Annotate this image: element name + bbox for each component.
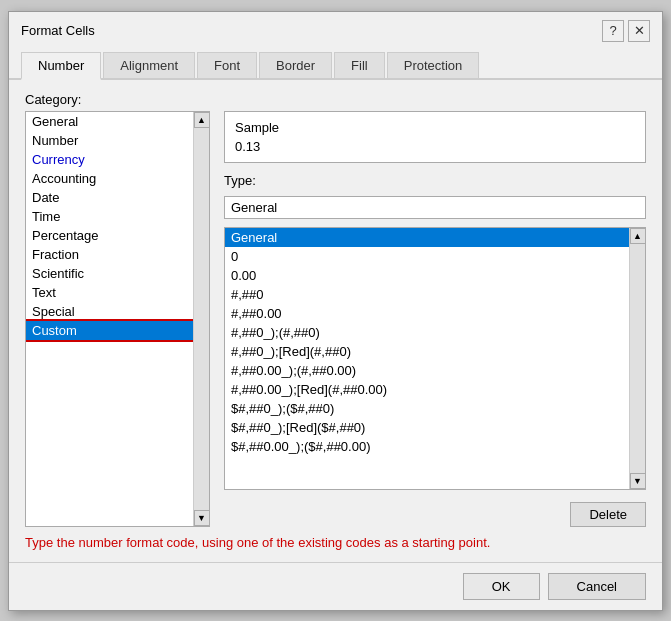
type-label: Type: bbox=[224, 173, 646, 188]
dialog-title: Format Cells bbox=[21, 23, 95, 38]
format-scroll-up-btn[interactable]: ▲ bbox=[630, 228, 646, 244]
format-scrollbar: ▲ ▼ bbox=[629, 228, 645, 489]
category-item[interactable]: Time bbox=[26, 207, 193, 226]
tab-number[interactable]: Number bbox=[21, 52, 101, 80]
main-area: General Number Currency Accounting Date … bbox=[25, 111, 646, 527]
format-scroll-down-btn[interactable]: ▼ bbox=[630, 473, 646, 489]
format-item[interactable]: $#,##0_);($#,##0) bbox=[225, 399, 629, 418]
scroll-track[interactable] bbox=[194, 128, 209, 510]
format-cells-dialog: Format Cells ? ✕ Number Alignment Font B… bbox=[8, 11, 663, 611]
cancel-button[interactable]: Cancel bbox=[548, 573, 646, 600]
tab-content: Category: General Number Currency Accoun… bbox=[9, 80, 662, 562]
scroll-up-btn[interactable]: ▲ bbox=[194, 112, 210, 128]
hint-text: Type the number format code, using one o… bbox=[25, 535, 646, 550]
sample-value: 0.13 bbox=[235, 139, 635, 154]
category-item-custom[interactable]: Custom bbox=[26, 321, 193, 340]
close-button[interactable]: ✕ bbox=[628, 20, 650, 42]
category-item[interactable]: Date bbox=[26, 188, 193, 207]
category-list: General Number Currency Accounting Date … bbox=[26, 112, 193, 526]
format-item[interactable]: #,##0_);(#,##0) bbox=[225, 323, 629, 342]
category-item[interactable]: Percentage bbox=[26, 226, 193, 245]
format-item[interactable]: #,##0_);[Red](#,##0) bbox=[225, 342, 629, 361]
tabs-container: Number Alignment Font Border Fill Protec… bbox=[9, 46, 662, 80]
format-item[interactable]: $#,##0_);[Red]($#,##0) bbox=[225, 418, 629, 437]
format-item[interactable]: #,##0 bbox=[225, 285, 629, 304]
title-bar: Format Cells ? ✕ bbox=[9, 12, 662, 46]
format-list: General 0 0.00 #,##0 #,##0.00 #,##0_);(#… bbox=[225, 228, 629, 489]
tab-border[interactable]: Border bbox=[259, 52, 332, 78]
scroll-down-btn[interactable]: ▼ bbox=[194, 510, 210, 526]
footer: OK Cancel bbox=[9, 562, 662, 610]
format-item[interactable]: #,##0.00_);(#,##0.00) bbox=[225, 361, 629, 380]
right-panel: Sample 0.13 Type: General 0 0.00 #,##0 #… bbox=[224, 111, 646, 527]
format-item[interactable]: #,##0.00_);[Red](#,##0.00) bbox=[225, 380, 629, 399]
category-list-container: General Number Currency Accounting Date … bbox=[25, 111, 210, 527]
category-scrollbar: ▲ ▼ bbox=[193, 112, 209, 526]
tab-fill[interactable]: Fill bbox=[334, 52, 385, 78]
category-item[interactable]: Text bbox=[26, 283, 193, 302]
category-item[interactable]: Fraction bbox=[26, 245, 193, 264]
format-item[interactable]: General bbox=[225, 228, 629, 247]
format-item[interactable]: #,##0.00 bbox=[225, 304, 629, 323]
category-item[interactable]: Scientific bbox=[26, 264, 193, 283]
category-item[interactable]: Special bbox=[26, 302, 193, 321]
title-buttons: ? ✕ bbox=[602, 20, 650, 42]
tab-alignment[interactable]: Alignment bbox=[103, 52, 195, 78]
tab-font[interactable]: Font bbox=[197, 52, 257, 78]
left-panel: General Number Currency Accounting Date … bbox=[25, 111, 210, 527]
sample-label: Sample bbox=[235, 120, 635, 135]
delete-button[interactable]: Delete bbox=[570, 502, 646, 527]
tab-protection[interactable]: Protection bbox=[387, 52, 480, 78]
format-list-container: General 0 0.00 #,##0 #,##0.00 #,##0_);(#… bbox=[224, 227, 646, 490]
ok-button[interactable]: OK bbox=[463, 573, 540, 600]
category-item[interactable]: General bbox=[26, 112, 193, 131]
format-item[interactable]: $#,##0.00_);($#,##0.00) bbox=[225, 437, 629, 456]
type-input[interactable] bbox=[224, 196, 646, 219]
delete-row: Delete bbox=[224, 502, 646, 527]
category-item[interactable]: Accounting bbox=[26, 169, 193, 188]
format-item[interactable]: 0.00 bbox=[225, 266, 629, 285]
category-item[interactable]: Currency bbox=[26, 150, 193, 169]
help-button[interactable]: ? bbox=[602, 20, 624, 42]
category-item[interactable]: Number bbox=[26, 131, 193, 150]
format-item[interactable]: 0 bbox=[225, 247, 629, 266]
format-scroll-track[interactable] bbox=[630, 244, 645, 473]
sample-box: Sample 0.13 bbox=[224, 111, 646, 163]
category-label: Category: bbox=[25, 92, 646, 107]
